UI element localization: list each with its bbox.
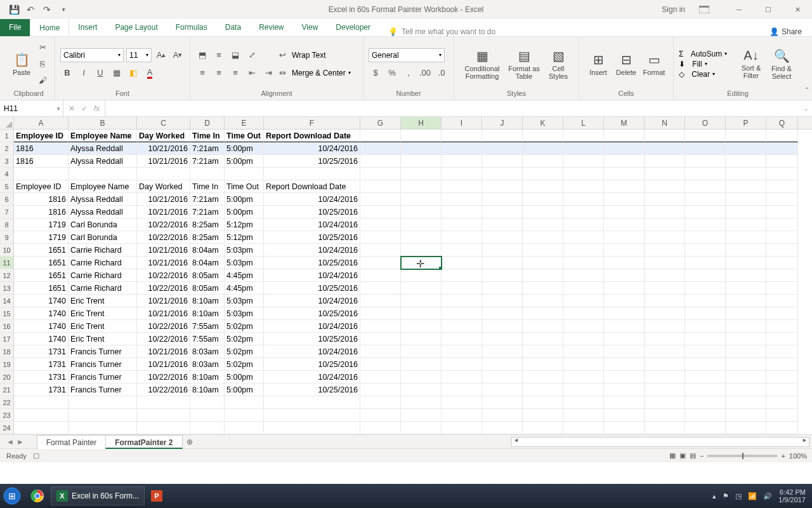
cell-K15[interactable] [523, 307, 563, 320]
cell-G24[interactable] [360, 422, 401, 434]
cell-B21[interactable]: Francis Turner [69, 384, 137, 396]
cell-L3[interactable] [563, 155, 604, 168]
row-header-24[interactable]: 24 [0, 422, 14, 434]
zoom-value[interactable]: 100% [789, 452, 807, 460]
cell-M10[interactable] [604, 244, 645, 257]
cell-F16[interactable]: 10/24/2016 [264, 320, 360, 333]
cell-N13[interactable] [645, 282, 685, 295]
cell-B20[interactable]: Francis Turner [69, 371, 137, 384]
cell-I24[interactable] [442, 422, 482, 434]
cell-D7[interactable]: 7:21am [190, 206, 225, 218]
cell-K5[interactable] [523, 180, 563, 193]
col-header-J[interactable]: J [482, 117, 523, 129]
cell-G16[interactable] [360, 320, 401, 333]
increase-indent-button[interactable]: ⇥ [261, 66, 275, 80]
cell-K20[interactable] [523, 371, 563, 384]
row-header-19[interactable]: 19 [0, 358, 14, 371]
cancel-formula-icon[interactable]: ✕ [69, 104, 75, 113]
cell-M15[interactable] [604, 307, 645, 320]
cell-I9[interactable] [442, 231, 482, 244]
cell-J16[interactable] [482, 320, 523, 333]
cell-P10[interactable] [726, 244, 766, 257]
format-as-table-button[interactable]: ▤Format as Table [505, 42, 543, 86]
format-painter-button[interactable]: 🖌 [36, 74, 49, 88]
row-header-1[interactable]: 1 [0, 130, 14, 142]
cell-F4[interactable] [264, 168, 360, 180]
cell-D1[interactable]: Time In [190, 130, 225, 142]
row-header-2[interactable]: 2 [0, 142, 14, 155]
cell-P7[interactable] [726, 206, 766, 218]
undo-icon[interactable]: ↶ [23, 2, 38, 17]
cell-G10[interactable] [360, 244, 401, 257]
cell-B2[interactable]: Alyssa Reddall [69, 142, 137, 155]
tab-home[interactable]: Home [30, 18, 69, 36]
cell-P22[interactable] [726, 396, 766, 409]
cell-N22[interactable] [645, 396, 685, 409]
cell-K17[interactable] [523, 333, 563, 345]
cell-N23[interactable] [645, 409, 685, 422]
cell-J12[interactable] [482, 269, 523, 282]
cell-Q19[interactable] [766, 358, 798, 371]
cell-J22[interactable] [482, 396, 523, 409]
cell-C3[interactable]: 10/21/2016 [137, 155, 190, 168]
cell-J10[interactable] [482, 244, 523, 257]
cell-D13[interactable]: 8:05am [190, 282, 225, 295]
cell-Q17[interactable] [766, 333, 798, 345]
cell-N19[interactable] [645, 358, 685, 371]
cell-I8[interactable] [442, 218, 482, 231]
cell-G20[interactable] [360, 371, 401, 384]
cell-E14[interactable]: 5:03pm [225, 295, 264, 307]
cell-I3[interactable] [442, 155, 482, 168]
cell-P18[interactable] [726, 345, 766, 358]
cell-L16[interactable] [563, 320, 604, 333]
cell-K22[interactable] [523, 396, 563, 409]
orientation-button[interactable]: ⤢ [245, 48, 259, 62]
cell-J3[interactable] [482, 155, 523, 168]
cell-F17[interactable]: 10/25/2016 [264, 333, 360, 345]
cell-F1[interactable]: Report Download Date [264, 130, 360, 142]
cell-I6[interactable] [442, 193, 482, 206]
cell-I5[interactable] [442, 180, 482, 193]
row-header-22[interactable]: 22 [0, 396, 14, 409]
cell-K6[interactable] [523, 193, 563, 206]
horizontal-scrollbar[interactable] [511, 437, 809, 447]
cell-Q22[interactable] [766, 396, 798, 409]
align-left-button[interactable]: ≡ [195, 66, 209, 80]
clear-button[interactable]: ◇ Clear▾ [679, 70, 736, 79]
col-header-O[interactable]: O [685, 117, 726, 129]
row-header-23[interactable]: 23 [0, 409, 14, 422]
cell-N16[interactable] [645, 320, 685, 333]
cell-H10[interactable] [401, 244, 442, 257]
cell-E20[interactable]: 5:00pm [225, 371, 264, 384]
row-header-18[interactable]: 18 [0, 345, 14, 358]
cell-A19[interactable]: 1731 [14, 358, 69, 371]
cell-D21[interactable]: 8:10am [190, 384, 225, 396]
cell-G19[interactable] [360, 358, 401, 371]
cell-C20[interactable]: 10/22/2016 [137, 371, 190, 384]
cell-F6[interactable]: 10/24/2016 [264, 193, 360, 206]
cell-C11[interactable]: 10/21/2016 [137, 257, 190, 269]
cell-A23[interactable] [14, 409, 69, 422]
col-header-H[interactable]: H [401, 117, 442, 129]
col-header-D[interactable]: D [190, 117, 225, 129]
cell-O3[interactable] [685, 155, 726, 168]
cell-P16[interactable] [726, 320, 766, 333]
find-select-button[interactable]: 🔍Find & Select [766, 42, 797, 86]
cell-A22[interactable] [14, 396, 69, 409]
cell-M5[interactable] [604, 180, 645, 193]
cell-Q1[interactable] [766, 130, 798, 142]
cell-G23[interactable] [360, 409, 401, 422]
cell-A21[interactable]: 1731 [14, 384, 69, 396]
cell-Q6[interactable] [766, 193, 798, 206]
cell-B13[interactable]: Carrie Richard [69, 282, 137, 295]
share-button[interactable]: 👤Share [769, 27, 812, 36]
cell-I2[interactable] [442, 142, 482, 155]
cell-D3[interactable]: 7:21am [190, 155, 225, 168]
cell-G11[interactable] [360, 257, 401, 269]
cell-D19[interactable]: 8:03am [190, 358, 225, 371]
cell-Q5[interactable] [766, 180, 798, 193]
cell-J20[interactable] [482, 371, 523, 384]
cell-I22[interactable] [442, 396, 482, 409]
formula-input[interactable] [105, 100, 801, 116]
cell-G3[interactable] [360, 155, 401, 168]
